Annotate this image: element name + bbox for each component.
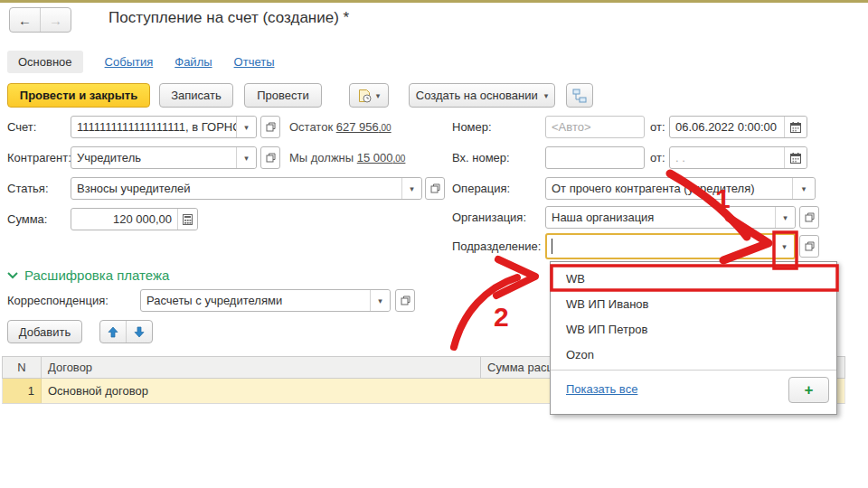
open-icon — [266, 153, 276, 163]
department-label: Подразделение: — [452, 235, 541, 258]
operation-dropdown-button[interactable]: ▾ — [792, 178, 815, 199]
in-date-value[interactable]: . . — [670, 147, 784, 168]
chevron-down-icon: ▾ — [410, 184, 414, 193]
number-label: Номер: — [452, 116, 492, 138]
contract-cell[interactable]: Основной договор — [42, 379, 481, 403]
date-field[interactable]: 06.06.2022 0:00:00 — [669, 116, 807, 138]
arrow-up-icon — [108, 326, 118, 338]
debt-amount[interactable]: 15 000 — [357, 151, 393, 164]
dropdown-item-ozon[interactable]: Ozon — [551, 343, 836, 368]
in-number-label: Вх. номер: — [452, 146, 510, 169]
create-based-on-button[interactable]: Создать на основании ▾ — [409, 83, 555, 108]
calculator-icon — [183, 214, 193, 225]
calendar-icon — [790, 122, 801, 133]
tab-reports[interactable]: Отчеты — [234, 55, 275, 69]
dropdown-item-wb-petrov[interactable]: WB ИП Петров — [551, 317, 836, 343]
organization-value[interactable]: Наша организация — [546, 207, 775, 228]
move-row-buttons — [99, 320, 153, 343]
operation-value[interactable]: От прочего контрагента (учредителя) — [546, 178, 792, 199]
item-open-button[interactable] — [425, 177, 445, 200]
department-field[interactable]: ▾ — [545, 233, 796, 259]
organization-dropdown-button[interactable]: ▾ — [775, 207, 795, 228]
contractor-open-button[interactable] — [260, 146, 280, 169]
contractor-field[interactable]: Учредитель ▾ — [71, 146, 257, 169]
organization-open-button[interactable] — [799, 206, 819, 229]
chevron-down-icon: ▾ — [244, 123, 249, 132]
column-header-n[interactable]: N — [3, 357, 42, 378]
department-open-button[interactable] — [799, 235, 819, 258]
forward-button[interactable]: → — [41, 8, 71, 32]
chevron-down-icon — [7, 272, 18, 279]
debt-prefix: Мы должны — [289, 151, 354, 164]
department-dropdown-list: WB WB ИП Иванов WB ИП Петров Ozon Показа… — [550, 261, 837, 415]
calendar-icon — [790, 153, 801, 164]
account-dropdown-button[interactable]: ▾ — [236, 117, 256, 137]
calculator-button[interactable] — [177, 209, 197, 230]
amount-value[interactable]: 120 000,00 — [71, 209, 177, 230]
save-button[interactable]: Записать — [159, 83, 233, 108]
arrow-down-icon — [134, 326, 145, 338]
number-value[interactable]: <Авто> — [546, 117, 644, 137]
item-dropdown-button[interactable]: ▾ — [401, 178, 421, 199]
correspondence-open-button[interactable] — [395, 289, 415, 312]
correspondence-value[interactable]: Расчеты с учредителями — [141, 290, 370, 311]
date-value[interactable]: 06.06.2022 0:00:00 — [670, 117, 784, 137]
move-down-button[interactable] — [127, 321, 152, 343]
row-number-cell[interactable]: 1 — [3, 379, 42, 403]
account-open-button[interactable] — [260, 116, 280, 138]
payment-section-title: Расшифровка платежа — [24, 267, 169, 283]
in-date-field[interactable]: . . — [669, 146, 807, 169]
organization-label: Организация: — [452, 206, 526, 229]
tab-files[interactable]: Файлы — [175, 55, 212, 69]
dropdown-item-wb-ivanov[interactable]: WB ИП Иванов — [551, 292, 836, 317]
calendar-button[interactable] — [784, 147, 807, 168]
move-up-button[interactable] — [100, 321, 127, 343]
calendar-button[interactable] — [784, 117, 807, 137]
item-value[interactable]: Взносы учредителей — [71, 178, 401, 199]
correspondence-label: Корреспонденция: — [7, 289, 108, 312]
department-dropdown-button[interactable]: ▾ — [774, 235, 794, 258]
operation-field[interactable]: От прочего контрагента (учредителя) ▾ — [545, 177, 816, 200]
column-header-contract[interactable]: Договор — [42, 357, 481, 378]
account-field[interactable]: 1111111111111111111, в ГОРНС ▾ — [71, 116, 257, 138]
account-value[interactable]: 1111111111111111111, в ГОРНС — [71, 117, 236, 137]
tab-events[interactable]: События — [105, 55, 154, 69]
post-button[interactable]: Провести — [244, 83, 322, 108]
in-number-value[interactable] — [546, 147, 644, 168]
tab-bar: Основное События Файлы Отчеты — [7, 51, 275, 73]
balance-amount[interactable]: 627 956 — [336, 120, 379, 134]
item-label: Статья: — [7, 177, 49, 200]
item-field[interactable]: Взносы учредителей ▾ — [71, 177, 422, 200]
dropdown-item-wb[interactable]: WB — [551, 267, 836, 292]
contractor-value[interactable]: Учредитель — [71, 147, 236, 168]
add-row-button[interactable]: Добавить — [7, 320, 82, 343]
amount-label: Сумма: — [7, 208, 47, 230]
open-icon — [430, 183, 440, 193]
show-all-link[interactable]: Показать все — [566, 382, 637, 396]
department-value[interactable] — [547, 235, 774, 258]
in-number-from-label: от: — [650, 146, 665, 169]
open-icon — [805, 212, 815, 222]
organization-field[interactable]: Наша организация ▾ — [545, 206, 796, 229]
amount-field[interactable]: 120 000,00 — [71, 208, 198, 230]
tab-main[interactable]: Основное — [7, 51, 83, 73]
number-field[interactable]: <Авто> — [545, 116, 645, 138]
post-and-close-button[interactable]: Провести и закрыть — [7, 83, 150, 108]
payment-section-header[interactable]: Расшифровка платежа — [7, 267, 169, 283]
chevron-down-icon: ▾ — [378, 296, 382, 305]
create-based-on-label: Создать на основании — [416, 89, 538, 102]
correspondence-field[interactable]: Расчеты с учредителями ▾ — [140, 289, 391, 312]
contractor-dropdown-button[interactable]: ▾ — [236, 147, 256, 168]
balance-text[interactable]: Остаток 627 956,00 — [289, 116, 392, 139]
operation-label: Операция: — [452, 177, 510, 200]
debt-text[interactable]: Мы должны 15 000,00 — [289, 146, 405, 170]
contractor-label: Контрагент: — [7, 146, 71, 169]
annotation-step-2: 2 — [494, 302, 509, 333]
structure-report-button[interactable] — [566, 83, 593, 108]
open-icon — [805, 241, 815, 251]
back-button[interactable]: ← — [10, 8, 41, 32]
in-number-field[interactable] — [545, 146, 645, 169]
correspondence-dropdown-button[interactable]: ▾ — [370, 290, 390, 311]
posting-mode-button[interactable]: ▾ — [349, 83, 389, 108]
add-new-button[interactable]: + — [788, 377, 829, 403]
